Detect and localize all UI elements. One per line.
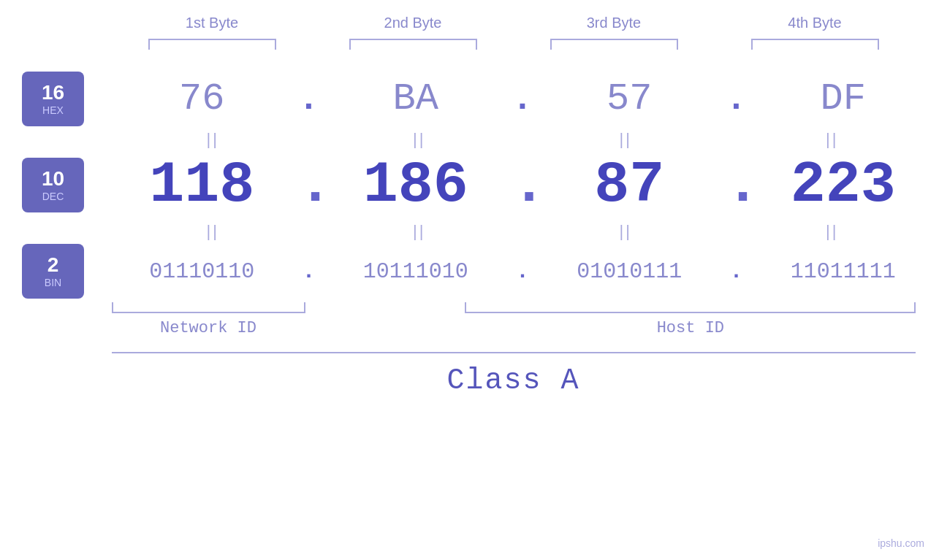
- bracket-cell-3: [514, 39, 715, 50]
- bottom-section: Network ID Host ID: [112, 302, 916, 337]
- dec-val-1: 118: [106, 152, 298, 218]
- header-byte4: 4th Byte: [715, 15, 916, 31]
- header-byte2: 2nd Byte: [313, 15, 514, 31]
- eq-4: ||: [740, 130, 925, 149]
- network-bracket: [112, 302, 305, 313]
- bottom-brackets: [112, 302, 916, 313]
- hex-val-1: 76: [106, 77, 298, 120]
- bracket-top-2: [349, 39, 477, 50]
- eq2-1: ||: [121, 222, 305, 241]
- hex-row: 16 HEX 76 . BA . 57 . DF: [0, 72, 939, 126]
- dec-dot-2: .: [512, 152, 533, 218]
- eq-1: ||: [121, 130, 305, 149]
- eq2-3: ||: [533, 222, 718, 241]
- bracket-gap: [305, 302, 465, 313]
- dec-dot-3: .: [726, 152, 748, 218]
- watermark: ipshu.com: [878, 537, 924, 549]
- hex-badge-number: 16: [42, 83, 64, 103]
- eq-3: ||: [533, 130, 718, 149]
- bin-val-3: 01010111: [533, 259, 726, 284]
- equals-dec-bin: || || || ||: [121, 218, 924, 244]
- bracket-cell-4: [715, 39, 916, 50]
- hex-dot-3: .: [726, 80, 748, 119]
- hex-badge: 16 HEX: [22, 72, 84, 126]
- bracket-top-3: [550, 39, 678, 50]
- bin-row: 2 BIN 01110110 . 10111010 . 01010111 . 1…: [0, 244, 939, 299]
- top-brackets: [112, 39, 916, 50]
- bin-badge: 2 BIN: [22, 244, 84, 299]
- bin-values: 01110110 . 10111010 . 01010111 . 1101111…: [106, 259, 939, 284]
- equals-hex-dec: || || || ||: [121, 126, 924, 152]
- header-byte3: 3rd Byte: [514, 15, 715, 31]
- hex-values: 76 . BA . 57 . DF: [106, 77, 939, 120]
- bin-badge-label: BIN: [45, 277, 61, 288]
- hex-val-2: BA: [320, 77, 512, 120]
- main-container: 1st Byte 2nd Byte 3rd Byte 4th Byte 16 H…: [0, 0, 939, 560]
- hex-dot-1: .: [298, 80, 320, 119]
- host-bracket: [465, 302, 915, 313]
- byte-headers: 1st Byte 2nd Byte 3rd Byte 4th Byte: [112, 15, 916, 31]
- label-spacer: [305, 319, 466, 337]
- hex-val-3: 57: [533, 77, 726, 120]
- dec-dot-1: .: [298, 152, 320, 218]
- bin-dot-3: .: [726, 259, 748, 284]
- dec-val-3: 87: [533, 152, 726, 218]
- bracket-cell-2: [313, 39, 514, 50]
- eq2-2: ||: [327, 222, 512, 241]
- class-label: Class A: [112, 364, 916, 397]
- dec-val-4: 223: [748, 152, 940, 218]
- hex-val-4: DF: [748, 77, 940, 120]
- bracket-cell-1: [112, 39, 313, 50]
- eq2-4: ||: [740, 222, 925, 241]
- dec-values: 118 . 186 . 87 . 223: [106, 152, 939, 218]
- class-section: Class A: [112, 352, 916, 397]
- network-id-label: Network ID: [112, 319, 305, 337]
- class-line: [112, 352, 916, 353]
- eq-2: ||: [327, 130, 512, 149]
- header-byte1: 1st Byte: [112, 15, 313, 31]
- dec-badge-label: DEC: [42, 191, 64, 202]
- bin-val-2: 10111010: [320, 259, 512, 284]
- dec-badge: 10 DEC: [22, 158, 84, 212]
- bin-val-1: 01110110: [106, 259, 298, 284]
- bin-dot-1: .: [298, 259, 320, 284]
- dec-badge-number: 10: [42, 169, 64, 189]
- bin-badge-number: 2: [47, 255, 59, 275]
- dec-val-2: 186: [320, 152, 512, 218]
- bin-val-4: 11011111: [748, 259, 940, 284]
- bin-dot-2: .: [512, 259, 533, 284]
- hex-dot-2: .: [512, 80, 533, 119]
- bracket-top-4: [751, 39, 879, 50]
- bracket-top-1: [148, 39, 276, 50]
- id-labels: Network ID Host ID: [112, 319, 916, 337]
- host-id-label: Host ID: [465, 319, 915, 337]
- hex-badge-label: HEX: [42, 104, 64, 116]
- dec-row: 10 DEC 118 . 186 . 87 . 223: [0, 152, 939, 218]
